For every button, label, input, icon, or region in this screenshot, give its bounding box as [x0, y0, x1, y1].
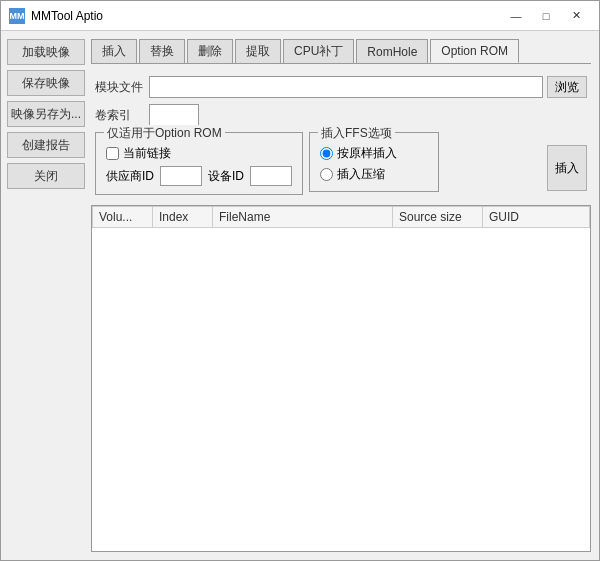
option-rom-group: 仅适用于Option ROM 当前链接 供应商ID 设备ID	[95, 132, 303, 195]
device-id-input[interactable]	[250, 166, 292, 186]
content-area: 加载映像 保存映像 映像另存为... 创建报告 关闭 插入 替换 删除 提取 C…	[1, 31, 599, 560]
compressed-insert-radio[interactable]	[320, 168, 333, 181]
compressed-insert-row: 插入压缩	[320, 166, 428, 183]
col-guid: GUID	[483, 207, 590, 228]
supplier-device-row: 供应商ID 设备ID	[106, 166, 292, 186]
close-button[interactable]: 关闭	[7, 163, 85, 189]
original-insert-row: 按原样插入	[320, 145, 428, 162]
save-image-as-button[interactable]: 映像另存为...	[7, 101, 85, 127]
col-volume: Volu...	[93, 207, 153, 228]
supplier-id-label: 供应商ID	[106, 168, 154, 185]
col-filename: FileName	[213, 207, 393, 228]
module-file-row: 模块文件 浏览	[95, 76, 587, 98]
original-insert-label: 按原样插入	[337, 145, 397, 162]
title-left: MM MMTool Aptio	[9, 8, 103, 24]
tab-insert[interactable]: 插入	[91, 39, 137, 63]
device-id-label: 设备ID	[208, 168, 244, 185]
current-link-checkbox[interactable]	[106, 147, 119, 160]
title-controls: — □ ✕	[501, 6, 591, 26]
ffs-options-group: 插入FFS选项 按原样插入 插入压缩	[309, 132, 439, 192]
supplier-id-input[interactable]	[160, 166, 202, 186]
app-icon: MM	[9, 8, 25, 24]
ffs-group-title: 插入FFS选项	[318, 125, 395, 142]
tab-romhole[interactable]: RomHole	[356, 39, 428, 63]
form-area: 模块文件 浏览 卷索引 仅适用于Option ROM	[91, 70, 591, 201]
create-report-button[interactable]: 创建报告	[7, 132, 85, 158]
volume-index-row: 卷索引	[95, 104, 587, 126]
main-area: 插入 替换 删除 提取 CPU补丁 RomHole Option ROM 模块文…	[91, 31, 599, 560]
tab-delete[interactable]: 删除	[187, 39, 233, 63]
module-file-input[interactable]	[149, 76, 543, 98]
maximize-button[interactable]: □	[531, 6, 561, 26]
volume-index-input[interactable]	[149, 104, 199, 126]
minimize-button[interactable]: —	[501, 6, 531, 26]
header-row: Volu... Index FileName Source size GUID	[93, 207, 590, 228]
module-file-label: 模块文件	[95, 79, 145, 96]
volume-index-label: 卷索引	[95, 107, 145, 124]
tab-replace[interactable]: 替换	[139, 39, 185, 63]
sidebar: 加载映像 保存映像 映像另存为... 创建报告 关闭	[1, 31, 91, 560]
option-rom-group-title: 仅适用于Option ROM	[104, 125, 225, 142]
table-area: Volu... Index FileName Source size GUID	[91, 205, 591, 552]
window-title: MMTool Aptio	[31, 9, 103, 23]
col-index: Index	[153, 207, 213, 228]
main-window: MM MMTool Aptio — □ ✕ 加载映像 保存映像 映像另存为...…	[0, 0, 600, 561]
load-image-button[interactable]: 加载映像	[7, 39, 85, 65]
current-link-row: 当前链接	[106, 145, 292, 162]
original-insert-radio[interactable]	[320, 147, 333, 160]
compressed-insert-label: 插入压缩	[337, 166, 385, 183]
insert-button[interactable]: 插入	[547, 145, 587, 191]
browse-button[interactable]: 浏览	[547, 76, 587, 98]
table-header: Volu... Index FileName Source size GUID	[93, 207, 590, 228]
tab-option-rom[interactable]: Option ROM	[430, 39, 519, 63]
tab-bar: 插入 替换 删除 提取 CPU补丁 RomHole Option ROM	[91, 39, 591, 64]
tab-cpu-patch[interactable]: CPU补丁	[283, 39, 354, 63]
close-window-button[interactable]: ✕	[561, 6, 591, 26]
data-table: Volu... Index FileName Source size GUID	[92, 206, 590, 228]
insert-btn-wrap: 插入	[547, 132, 587, 195]
current-link-label: 当前链接	[123, 145, 171, 162]
col-source-size: Source size	[393, 207, 483, 228]
tab-extract[interactable]: 提取	[235, 39, 281, 63]
groups-row: 仅适用于Option ROM 当前链接 供应商ID 设备ID	[95, 132, 587, 195]
title-bar: MM MMTool Aptio — □ ✕	[1, 1, 599, 31]
save-image-button[interactable]: 保存映像	[7, 70, 85, 96]
